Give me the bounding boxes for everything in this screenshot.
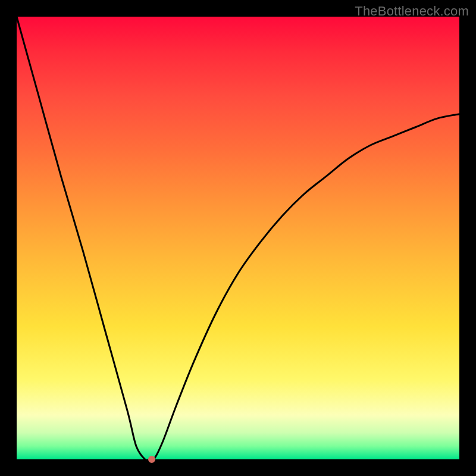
curve-path [17,17,459,461]
plot-area [17,17,459,459]
optimum-marker [148,456,155,463]
watermark-text: TheBottleneck.com [355,4,469,19]
line-series [17,17,459,459]
chart-frame: TheBottleneck.com [0,0,476,476]
